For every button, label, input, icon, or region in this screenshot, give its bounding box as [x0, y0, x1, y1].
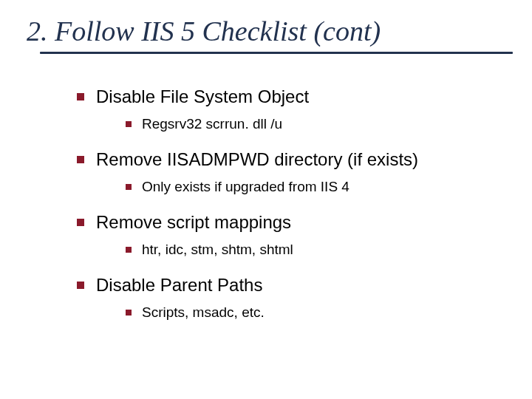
sub-list-item: Scripts, msadc, etc. [126, 303, 510, 323]
list-item-label: Disable File System Object [96, 86, 309, 106]
list-item-label: Remove IISADMPWD directory (if exists) [96, 149, 418, 169]
sub-list-item: htr, idc, stm, shtm, shtml [126, 240, 510, 260]
sub-list: Only exists if upgraded from IIS 4 [126, 177, 510, 197]
sub-list-item: Only exists if upgraded from IIS 4 [126, 177, 510, 197]
list-item: Disable File System Object Regsrv32 scrr… [77, 85, 510, 134]
sub-list: Regsrv32 scrrun. dll /u [126, 115, 510, 134]
sub-list: Scripts, msadc, etc. [126, 303, 510, 323]
bullet-list: Disable File System Object Regsrv32 scrr… [77, 85, 510, 323]
list-item: Remove IISADMPWD directory (if exists) O… [77, 148, 510, 197]
list-item-label: Remove script mappings [96, 212, 291, 232]
slide-title: 2. Follow IIS 5 Checklist (cont) [27, 15, 510, 47]
sub-list: htr, idc, stm, shtm, shtml [126, 240, 510, 260]
list-item: Disable Parent Paths Scripts, msadc, etc… [77, 273, 510, 323]
list-item: Remove script mappings htr, idc, stm, sh… [77, 211, 510, 260]
list-item-label: Disable Parent Paths [96, 275, 262, 295]
title-underline [40, 52, 513, 54]
slide: 2. Follow IIS 5 Checklist (cont) Disable… [0, 0, 532, 399]
sub-list-item: Regsrv32 scrrun. dll /u [126, 115, 510, 134]
